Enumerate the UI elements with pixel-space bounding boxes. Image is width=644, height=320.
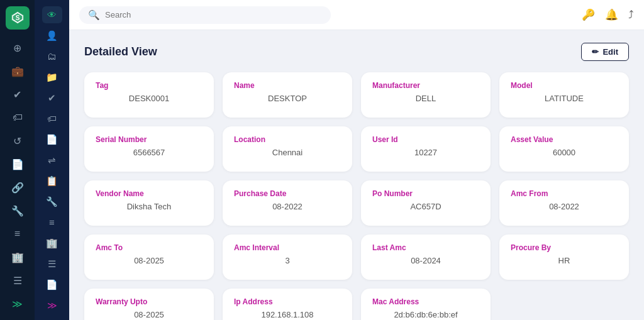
card-label: Serial Number xyxy=(96,135,203,144)
app-logo[interactable]: S xyxy=(6,6,30,30)
detail-card: Vendor Name Diksha Tech xyxy=(84,180,214,226)
card-label: Last Amc xyxy=(372,243,479,252)
card-value: Chennai xyxy=(234,148,341,157)
nav-list-icon[interactable]: ☰ xyxy=(8,271,28,290)
inner-list3-icon[interactable]: ☰ xyxy=(42,255,62,272)
nav-dashboard-icon[interactable]: ⊕ xyxy=(8,38,28,58)
card-value: 08-2022 xyxy=(511,202,618,211)
content-header: Detailed View ✏ Edit xyxy=(84,43,629,61)
inner-check-icon[interactable]: ✔ xyxy=(42,89,62,106)
nav-link-icon[interactable]: 🔗 xyxy=(8,178,28,197)
nav-briefcase-icon[interactable]: 💼 xyxy=(8,62,28,81)
card-label: Name xyxy=(234,81,341,90)
card-label: Manufacturer xyxy=(372,81,479,90)
detail-card: Last Amc 08-2024 xyxy=(361,234,491,280)
left-sidebar: S ⊕ 💼 ✔ 🏷 ↺ 📄 🔗 🔧 ≡ 🏢 ☰ ≫ xyxy=(0,0,35,320)
card-value: DESK0001 xyxy=(96,94,203,103)
detail-card: Model LATITUDE xyxy=(499,72,629,118)
card-label: Amc To xyxy=(96,243,203,252)
card-label: Amc Interval xyxy=(234,243,341,252)
detail-card: Warranty Upto 08-2025 xyxy=(84,289,214,320)
detail-card: Asset Value 60000 xyxy=(499,126,629,172)
edit-button-label: Edit xyxy=(602,47,618,57)
card-label: Procure By xyxy=(511,243,618,252)
nav-check-icon[interactable]: ✔ xyxy=(8,85,28,104)
nav-wrench-icon[interactable]: 🔧 xyxy=(8,201,28,221)
detail-card: Procure By HR xyxy=(499,234,629,280)
detail-card: Amc From 08-2022 xyxy=(499,180,629,226)
edit-button[interactable]: ✏ Edit xyxy=(581,43,629,61)
card-value: 192.168.1.108 xyxy=(234,310,341,319)
svg-text:S: S xyxy=(15,14,19,21)
card-label: Po Number xyxy=(372,189,479,198)
inner-eye-icon[interactable]: 👁 xyxy=(42,6,62,23)
detail-card: Name DESKTOP xyxy=(223,72,352,118)
card-value: 2d:b6:db:6e:bb:ef xyxy=(372,310,479,319)
inner-building2-icon[interactable]: 🏢 xyxy=(42,234,62,251)
card-label: Warranty Upto xyxy=(96,297,203,306)
detail-card: Purchase Date 08-2022 xyxy=(223,180,352,226)
detail-card: Amc To 08-2025 xyxy=(84,234,214,280)
cards-grid: Tag DESK0001 Name DESKTOP Manufacturer D… xyxy=(84,72,629,320)
inner-doc2-icon[interactable]: 📄 xyxy=(42,276,62,293)
nav-building-icon[interactable]: 🏢 xyxy=(8,248,28,267)
nav-forward-icon[interactable]: ≫ xyxy=(8,294,28,314)
detail-card: Location Chennai xyxy=(223,126,352,172)
inner-wrench2-icon[interactable]: 🔧 xyxy=(42,193,62,210)
logout-icon[interactable]: ⤴ xyxy=(628,9,634,21)
page-title: Detailed View xyxy=(84,45,157,58)
detail-card: Serial Number 6566567 xyxy=(84,126,214,172)
detail-card: User Id 10227 xyxy=(361,126,491,172)
card-label: User Id xyxy=(372,135,479,144)
card-value: 08-2022 xyxy=(234,202,341,211)
inner-list2-icon[interactable]: 📋 xyxy=(42,172,62,189)
inner-forward2-icon[interactable]: ≫ xyxy=(42,297,62,314)
card-value: 08-2025 xyxy=(96,310,203,319)
detail-card: Mac Address 2d:b6:db:6e:bb:ef xyxy=(361,289,491,320)
detail-card: Po Number AC657D xyxy=(361,180,491,226)
inner-transfer-icon[interactable]: ⇌ xyxy=(42,152,62,168)
inner-sidebar: 👁 👤 🗂 📁 ✔ 🏷 📄 ⇌ 📋 🔧 ≡ 🏢 ☰ 📄 ≫ xyxy=(35,0,69,320)
card-value: DELL xyxy=(372,94,479,103)
card-label: Mac Address xyxy=(372,297,479,306)
card-value: 60000 xyxy=(511,148,618,157)
search-input[interactable] xyxy=(105,10,322,19)
nav-doc-icon[interactable]: 📄 xyxy=(8,155,28,174)
search-area[interactable]: 🔍 xyxy=(79,6,331,24)
card-label: Tag xyxy=(96,81,203,90)
inner-tag-icon[interactable]: 🏷 xyxy=(42,110,62,127)
nav-tag-icon[interactable]: 🏷 xyxy=(8,108,28,128)
card-label: Purchase Date xyxy=(234,189,341,198)
inner-file-icon[interactable]: 📄 xyxy=(42,131,62,148)
inner-folder-icon[interactable]: 📁 xyxy=(42,69,62,86)
card-value: 08-2025 xyxy=(96,256,203,265)
card-value: 6566567 xyxy=(96,148,203,157)
card-label: Location xyxy=(234,135,341,144)
inner-menu-icon[interactable]: ≡ xyxy=(42,214,62,231)
inner-user-icon[interactable]: 👤 xyxy=(42,27,62,44)
card-value: 08-2024 xyxy=(372,256,479,265)
search-icon: 🔍 xyxy=(88,9,100,21)
card-label: Model xyxy=(511,81,618,90)
edit-icon: ✏ xyxy=(592,47,599,57)
content-area: Detailed View ✏ Edit Tag DESK0001 Name D… xyxy=(69,30,644,320)
nav-grid-icon[interactable]: ≡ xyxy=(8,224,28,244)
card-value: AC657D xyxy=(372,202,479,211)
bell-icon[interactable]: 🔔 xyxy=(605,8,618,21)
card-label: Ip Address xyxy=(234,297,341,306)
card-value: 10227 xyxy=(372,148,479,157)
card-value: HR xyxy=(511,256,618,265)
topbar-right: 🔑 🔔 ⤴ xyxy=(582,8,634,21)
detail-card: Manufacturer DELL xyxy=(361,72,491,118)
card-value: 3 xyxy=(234,256,341,265)
nav-refresh-icon[interactable]: ↺ xyxy=(8,131,28,151)
main-area: 🔍 🔑 🔔 ⤴ Detailed View ✏ Edit Tag DESK000… xyxy=(69,0,644,320)
key-icon[interactable]: 🔑 xyxy=(582,8,595,21)
card-value: DESKTOP xyxy=(234,94,341,103)
card-label: Amc From xyxy=(511,189,618,198)
card-value: LATITUDE xyxy=(511,94,618,103)
inner-copy-icon[interactable]: 🗂 xyxy=(42,48,62,65)
card-label: Asset Value xyxy=(511,135,618,144)
detail-card: Amc Interval 3 xyxy=(223,234,352,280)
detail-card: Ip Address 192.168.1.108 xyxy=(223,289,352,320)
